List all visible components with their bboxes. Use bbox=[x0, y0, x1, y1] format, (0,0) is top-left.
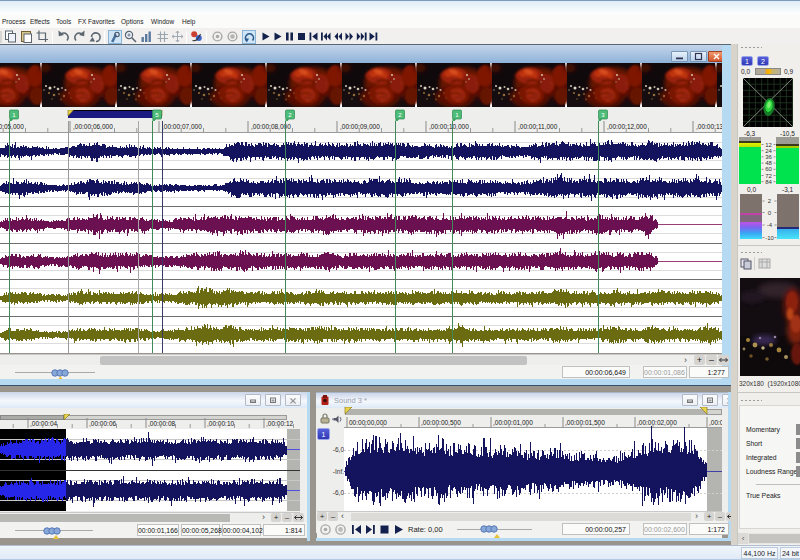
svg-text:00:00:00,000: 00:00:00,000 bbox=[349, 419, 387, 426]
svg-text:,00:00:02,500: ,00:00:02,500 bbox=[709, 419, 722, 426]
svg-text:,00:00:10: ,00:00:10 bbox=[207, 420, 234, 427]
svg-text:0: 0 bbox=[768, 210, 772, 216]
svg-text:-10: -10 bbox=[765, 235, 774, 241]
svg-text:2: 2 bbox=[768, 198, 772, 204]
svg-text:60: 60 bbox=[765, 166, 772, 172]
svg-text:,00:00:06: ,00:00:06 bbox=[89, 420, 116, 427]
svg-text:,00:00:08: ,00:00:08 bbox=[148, 420, 175, 427]
svg-text:48: 48 bbox=[765, 160, 772, 166]
svg-text:-4: -4 bbox=[767, 222, 773, 228]
svg-text:84: 84 bbox=[765, 179, 772, 185]
svg-text:,00:00:04: ,00:00:04 bbox=[30, 420, 57, 427]
svg-text:24: 24 bbox=[765, 148, 772, 154]
svg-text:72: 72 bbox=[765, 173, 772, 179]
svg-text:,00:00:12: ,00:00:12 bbox=[266, 420, 293, 427]
svg-text:12: 12 bbox=[765, 142, 772, 148]
svg-text:36: 36 bbox=[765, 154, 772, 160]
